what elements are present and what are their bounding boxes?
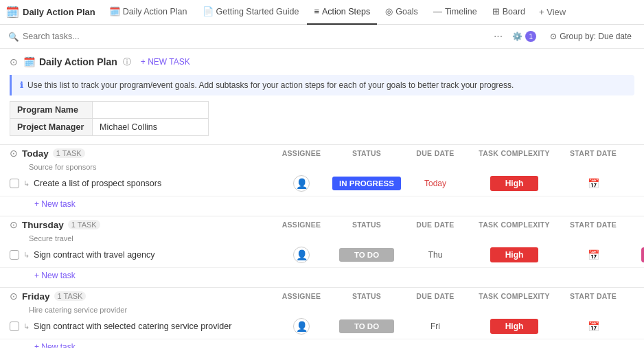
tab-action-steps[interactable]: ≡ Action Steps xyxy=(307,0,377,25)
top-nav: 🗓️ Daily Action Plan 🗓️ Daily Action Pla… xyxy=(0,0,644,25)
complexity-badge-today-0[interactable]: High xyxy=(490,176,538,191)
assignee-icon-thu-0[interactable]: 👤 xyxy=(293,247,310,263)
due-cell-today-0: Today xyxy=(401,179,470,188)
nav-title: Daily Action Plan xyxy=(23,7,95,17)
subtask-arrow-icon-thu: ↳ xyxy=(23,251,30,260)
task-name-cell-today-0: ↳ Create a list of prospect sponsors xyxy=(10,179,271,188)
col-start-thu: START DATE xyxy=(559,221,628,229)
task-checkbox-thu-0[interactable] xyxy=(10,250,19,260)
col-assignee-thu: ASSIGNEE xyxy=(271,221,332,229)
group-by-button[interactable]: ⊙ Group by: Due date xyxy=(546,30,636,43)
status-badge-today-0[interactable]: IN PROGRESS xyxy=(332,177,401,190)
tab-getting-started[interactable]: 📄 Getting Started Guide xyxy=(196,0,306,25)
timeline-icon: — xyxy=(433,6,442,16)
toolbar-dots-button[interactable]: ··· xyxy=(494,31,503,42)
assignee-icon-fri-0[interactable]: 👤 xyxy=(293,318,310,335)
section-friday: ⊙ Friday 1 TASK ASSIGNEE STATUS DUE DATE… xyxy=(0,287,644,348)
complexity-cell-today-0: High xyxy=(470,176,559,191)
complexity-cell-thu-0: High xyxy=(470,247,559,262)
action-steps-icon: ≡ xyxy=(314,6,319,16)
assignee-icon-today-0[interactable]: 👤 xyxy=(293,175,310,192)
friday-title: Friday xyxy=(22,291,50,302)
task-checkbox-today-0[interactable] xyxy=(10,179,19,188)
start-date-cell-fri-0: 📅 xyxy=(559,321,628,332)
col-dept-today: DEPARTMENT xyxy=(628,149,644,157)
group-by-icon: ⊙ xyxy=(550,32,557,41)
task-row-fri-0: ↳ Sign contract with selected catering s… xyxy=(0,314,644,339)
project-collapse-button[interactable]: ⊙ xyxy=(10,56,18,67)
due-cell-fri-0: Fri xyxy=(401,322,470,331)
today-collapse-button[interactable]: ⊙ xyxy=(10,148,18,159)
complexity-badge-fri-0[interactable]: High xyxy=(490,319,538,334)
new-task-row-today[interactable]: + New task xyxy=(0,196,644,213)
subtask-label-fri-0: Hire catering service provider xyxy=(0,304,644,314)
assignee-cell-thu-0: 👤 xyxy=(271,247,332,263)
table-row: Program Name xyxy=(10,102,209,119)
due-cell-thu-0: Thu xyxy=(401,250,470,260)
col-dept-fri: DEPARTMENT xyxy=(628,292,644,300)
status-cell-today-0: IN PROGRESS xyxy=(332,177,401,190)
col-assignee-today: ASSIGNEE xyxy=(271,149,332,157)
tab-daily-action-label: Daily Action Plan xyxy=(123,7,187,16)
calendar-icon-fri-0[interactable]: 📅 xyxy=(588,321,599,332)
status-badge-fri-0[interactable]: TO DO xyxy=(339,319,394,333)
col-complexity-thu: TASK COMPLEXITY xyxy=(470,221,559,229)
tab-daily-action-plan[interactable]: 🗓️ Daily Action Plan xyxy=(102,0,194,25)
filter-badge: 1 xyxy=(525,31,536,42)
status-cell-thu-0: TO DO xyxy=(332,248,401,262)
task-name-fri-0: Sign contract with selected catering ser… xyxy=(34,322,231,331)
tab-board-label: Board xyxy=(503,7,525,16)
task-checkbox-fri-0[interactable] xyxy=(10,322,19,331)
project-new-task-button[interactable]: + NEW TASK xyxy=(137,56,194,68)
info-banner: ℹ Use this list to track your program/ev… xyxy=(10,75,634,95)
friday-collapse-button[interactable]: ⊙ xyxy=(10,291,18,302)
thursday-collapse-button[interactable]: ⊙ xyxy=(10,219,18,230)
search-input[interactable] xyxy=(23,32,146,41)
section-thursday: ⊙ Thursday 1 TASK ASSIGNEE STATUS DUE DA… xyxy=(0,216,644,284)
project-icon: 🗓️ xyxy=(23,56,35,67)
tab-getting-started-label: Getting Started Guide xyxy=(216,7,299,16)
project-info-icon[interactable]: ⓘ xyxy=(123,56,131,68)
dept-badge-thu-0[interactable]: 💗 Logistics xyxy=(641,247,644,262)
dept-cell-thu-0: 💗 Logistics xyxy=(628,247,644,262)
info-symbol: ℹ xyxy=(20,80,23,90)
assignee-cell-fri-0: 👤 xyxy=(271,318,332,335)
col-start-fri: START DATE xyxy=(559,292,628,300)
search-box: 🔍 xyxy=(8,32,488,42)
add-view-button[interactable]: + View xyxy=(533,7,571,17)
complexity-badge-thu-0[interactable]: High xyxy=(490,247,538,262)
tab-action-steps-label: Action Steps xyxy=(322,7,370,16)
project-manager-value[interactable]: Michael Collins xyxy=(93,119,209,136)
col-complexity-fri: TASK COMPLEXITY xyxy=(470,292,559,300)
col-due-thu: DUE DATE xyxy=(401,221,470,229)
filter-button[interactable]: ⚙️ 1 xyxy=(508,29,540,44)
section-today-header: ⊙ Today 1 TASK ASSIGNEE STATUS DUE DATE … xyxy=(0,144,644,161)
col-status-today: STATUS xyxy=(332,149,401,157)
calendar-icon-thu-0[interactable]: 📅 xyxy=(588,249,599,260)
tab-board[interactable]: ⊞ Board xyxy=(485,0,532,25)
task-group-thu-0: Secure travel ↳ Sign contract with trave… xyxy=(0,233,644,268)
tab-timeline[interactable]: — Timeline xyxy=(426,0,484,25)
tab-timeline-label: Timeline xyxy=(445,7,477,16)
nav-logo: 🗓️ Daily Action Plan xyxy=(5,5,95,19)
tab-goals[interactable]: ◎ Goals xyxy=(378,0,425,25)
new-task-row-thursday[interactable]: + New task xyxy=(0,268,644,284)
board-icon: ⊞ xyxy=(492,6,500,16)
new-task-row-friday[interactable]: + New task xyxy=(0,339,644,348)
daily-action-icon: 🗓️ xyxy=(109,6,120,16)
thursday-task-count: 1 TASK xyxy=(68,220,100,229)
tab-goals-label: Goals xyxy=(395,7,418,16)
assignee-cell-today-0: 👤 xyxy=(271,175,332,192)
task-row-today-0: ↳ Create a list of prospect sponsors 👤 I… xyxy=(0,171,644,196)
section-today: ⊙ Today 1 TASK ASSIGNEE STATUS DUE DATE … xyxy=(0,144,644,213)
goals-icon: ◎ xyxy=(385,6,393,16)
info-banner-text: Use this list to track your program/even… xyxy=(27,80,514,90)
section-thursday-title-area: ⊙ Thursday 1 TASK xyxy=(10,219,271,230)
status-badge-thu-0[interactable]: TO DO xyxy=(339,248,394,262)
project-manager-label: Project Manager xyxy=(10,119,93,136)
toolbar: 🔍 ··· ⚙️ 1 ⊙ Group by: Due date xyxy=(0,25,644,49)
project-title: 🗓️ Daily Action Plan xyxy=(23,56,117,67)
calendar-icon-today-0[interactable]: 📅 xyxy=(588,178,599,189)
getting-started-icon: 📄 xyxy=(203,6,214,16)
program-name-value[interactable] xyxy=(93,102,209,119)
